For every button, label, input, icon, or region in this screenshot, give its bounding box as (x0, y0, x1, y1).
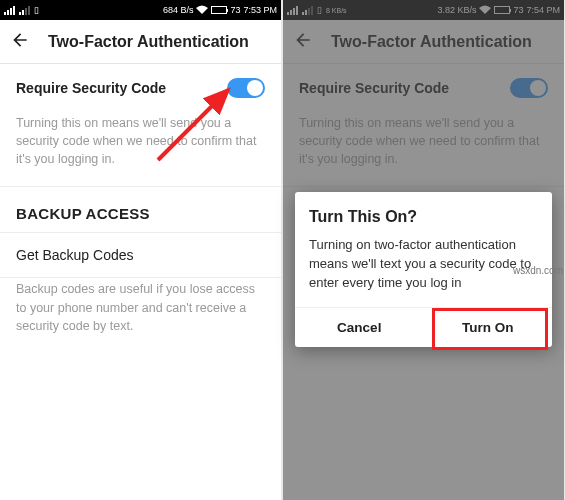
app-bar: Two-Factor Authentication (0, 20, 281, 64)
status-bar: ▯ 684 B/s 73 7:53 PM (0, 0, 281, 20)
cancel-button[interactable]: Cancel (295, 308, 424, 347)
get-backup-codes-row[interactable]: Get Backup Codes (0, 233, 281, 278)
content-area: Require Security Code Turning this on me… (0, 64, 281, 500)
battery-icon (211, 6, 227, 14)
net-speed: 684 B/s (163, 5, 194, 15)
dialog-body: Turning on two-factor authentication mea… (309, 236, 538, 293)
require-code-label: Require Security Code (16, 80, 166, 96)
sim-slot-icon: ▯ (34, 5, 39, 15)
page-title: Two-Factor Authentication (48, 33, 249, 51)
back-icon[interactable] (10, 30, 30, 54)
backup-codes-hint: Backup codes are useful if you lose acce… (0, 278, 281, 352)
get-backup-codes-label: Get Backup Codes (16, 247, 134, 263)
watermark: wsxdn.com (513, 265, 563, 276)
signal-sim1-icon (4, 6, 15, 15)
phone-left: ▯ 684 B/s 73 7:53 PM Two-Factor Authenti… (0, 0, 281, 500)
require-code-row[interactable]: Require Security Code (0, 64, 281, 112)
phone-right: ▯ 8 KB/s 3.82 KB/s 73 7:54 PM Two-Factor… (283, 0, 564, 500)
battery-percent: 73 (230, 5, 240, 15)
signal-sim2-icon (19, 6, 30, 15)
wifi-icon (196, 5, 208, 16)
backup-access-heading: BACKUP ACCESS (0, 187, 281, 233)
require-code-toggle[interactable] (227, 78, 265, 98)
clock: 7:53 PM (243, 5, 277, 15)
turn-on-button[interactable]: Turn On (424, 308, 553, 347)
require-code-hint: Turning this on means we'll send you a s… (0, 112, 281, 187)
dialog-title: Turn This On? (309, 208, 538, 226)
